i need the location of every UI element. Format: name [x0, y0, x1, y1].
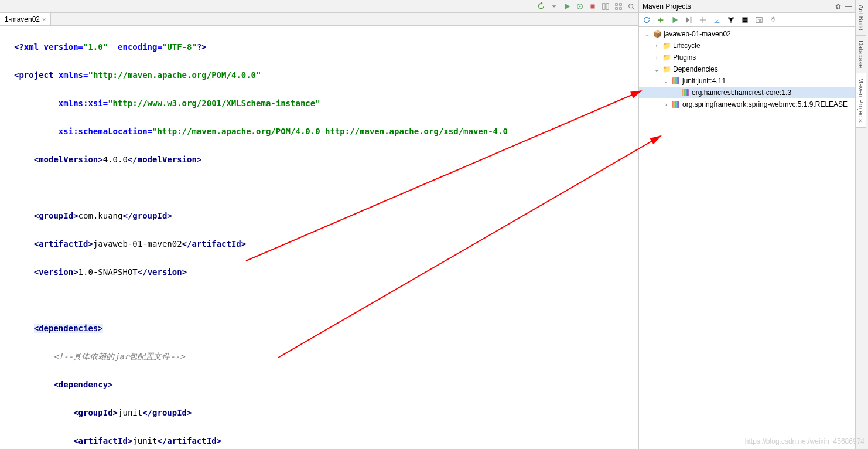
tree-plugins[interactable]: ›📁Plugins [639, 52, 855, 63]
tree-dependencies[interactable]: ⌄📁Dependencies [639, 63, 855, 75]
editor-area: 1-maven02 × <?xml version="1.0" encoding… [0, 0, 639, 449]
tree-junit[interactable]: ⌄junit:junit:4.11 [639, 75, 855, 87]
gear-icon[interactable]: ✿ [835, 2, 841, 11]
minimize-icon[interactable]: — [845, 2, 852, 11]
dropdown-icon[interactable] [549, 2, 559, 11]
tree-lifecycle[interactable]: ›📁Lifecycle [639, 40, 855, 52]
code-editor[interactable]: <?xml version="1.0" encoding="UTF-8"?> <… [0, 26, 638, 449]
tab-bar: 1-maven02 × [0, 13, 638, 26]
close-icon[interactable]: × [42, 16, 46, 23]
side-tab-maven[interactable]: Maven Projects [856, 73, 866, 128]
side-tabs: Ant Build Database Maven Projects [855, 0, 868, 449]
tree-hamcrest[interactable]: org.hamcrest:hamcrest-core:1.3 [639, 87, 855, 98]
svg-rect-7 [616, 7, 618, 9]
toggle-icon[interactable] [698, 15, 708, 25]
svg-rect-2 [591, 4, 595, 8]
layout-icon[interactable] [601, 2, 610, 11]
execute-icon[interactable] [684, 15, 694, 25]
run-icon[interactable] [669, 15, 680, 25]
panel-toolbar: m [639, 13, 855, 27]
terminal-icon[interactable]: m [754, 15, 764, 25]
search-icon[interactable] [627, 2, 636, 11]
top-toolbar [0, 0, 638, 13]
svg-rect-6 [620, 3, 622, 5]
collapse-icon[interactable] [740, 15, 750, 25]
grid-icon[interactable] [614, 2, 623, 11]
tree-spring[interactable]: ›org.springframework:spring-webmvc:5.1.9… [639, 98, 855, 110]
maven-panel: Maven Projects ✿ — m ⌄📦javaweb-01-maven0… [639, 0, 855, 449]
show-deps-icon[interactable] [726, 15, 736, 25]
tab-label: 1-maven02 [5, 15, 40, 23]
svg-rect-8 [620, 7, 622, 9]
refresh-icon[interactable] [641, 15, 652, 25]
sync-icon[interactable] [536, 2, 546, 11]
maven-tree: ⌄📦javaweb-01-maven02 ›📁Lifecycle ›📁Plugi… [639, 27, 855, 449]
svg-rect-5 [616, 3, 618, 5]
side-tab-ant[interactable]: Ant Build [856, 0, 866, 36]
play-icon[interactable] [562, 2, 572, 11]
stop-icon[interactable] [588, 2, 597, 11]
tree-root[interactable]: ⌄📦javaweb-01-maven02 [639, 28, 855, 40]
debug-icon[interactable] [575, 2, 585, 11]
svg-point-1 [579, 5, 581, 7]
side-tab-database[interactable]: Database [856, 36, 866, 73]
settings-icon[interactable] [768, 15, 778, 25]
panel-header: Maven Projects ✿ — [639, 0, 855, 13]
svg-rect-3 [603, 3, 605, 9]
svg-text:m: m [757, 18, 761, 22]
panel-title: Maven Projects [643, 2, 832, 11]
download-icon[interactable] [712, 15, 722, 25]
editor-tab[interactable]: 1-maven02 × [0, 13, 51, 25]
svg-rect-4 [606, 3, 609, 9]
watermark: https://blog.csdn.net/weixin_45686974 [745, 437, 864, 445]
svg-point-9 [629, 4, 633, 8]
add-icon[interactable] [655, 15, 666, 25]
